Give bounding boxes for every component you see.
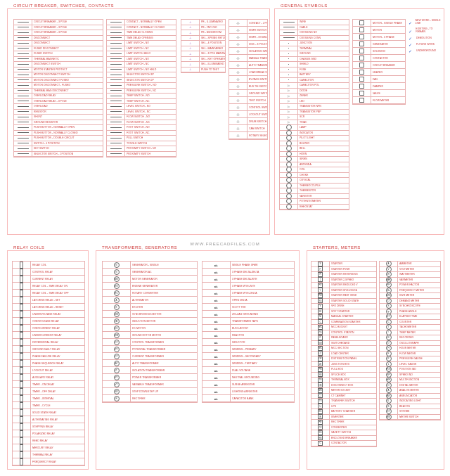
- label-cell: LEVEL GAUGE: [398, 362, 440, 367]
- symbol-cell: S: [380, 304, 398, 309]
- label-cell: VARMETER: [398, 278, 440, 283]
- table-row: RELAY COIL: [13, 262, 84, 269]
- legend-item: UNDERGROUND: [409, 49, 441, 52]
- legend-label: NEW WORK - SINGLE LINE: [416, 19, 441, 25]
- label-cell: DC MOTOR: [131, 325, 197, 331]
- symbol-cell: ⊥: [181, 20, 200, 25]
- label-cell: ZENER: [298, 94, 349, 98]
- label-cell: PUSH BUTTON - DOUBLE CIRCUIT: [32, 136, 103, 141]
- symbol-cell: ⅏: [202, 318, 231, 324]
- table-row: FLOW SWITCH - NO: [107, 115, 176, 120]
- symbol-cell: [14, 62, 32, 67]
- symbol-cell: W: [380, 272, 398, 277]
- table-row: CCONTACTOR: [311, 441, 376, 446]
- symbol-cell: [353, 55, 371, 61]
- table-row: FOOT SWITCH - NO: [107, 125, 176, 131]
- table-row: ┤├CONTACT - 2 POLE: [229, 20, 267, 27]
- label-cell: MANUAL TRANSFER SW: [248, 55, 267, 61]
- general-legend: NEW WORK - SINGLE LINEEXISTING - TO REMA…: [409, 19, 441, 52]
- label-cell: CONTACT - NORMALLY CLOSED: [125, 25, 176, 30]
- symbol-cell: SF: [311, 309, 330, 314]
- table-row: ┤├ISOLATING SWITCH: [229, 48, 267, 55]
- table-row: ┤├MANUAL TRANSFER SW: [229, 55, 267, 62]
- label-cell: STARTER FVNR: [330, 267, 376, 272]
- label-cell: FLOW SWITCH - NO: [125, 115, 176, 120]
- label-cell: MOTOR - 3 PHASE: [371, 34, 405, 40]
- symbol-cell: [13, 458, 31, 465]
- table-row: ALTERNATING RELAY: [13, 416, 84, 423]
- symbol-cell: [13, 318, 31, 324]
- table-row: EGENGINE GENERATOR: [103, 283, 197, 290]
- table-row: FAN: [353, 76, 405, 83]
- table-row: SDSTEP DOWN/STEP UP: [103, 388, 197, 395]
- label-cell: RELAY COIL: [31, 262, 84, 268]
- symbol-cell: L: [380, 362, 398, 367]
- symbol-cell: [14, 104, 32, 109]
- label-cell: FOOT SWITCH - NO: [125, 125, 176, 130]
- label-cell: STARTER: [330, 262, 376, 266]
- label-cell: HORN: [298, 152, 349, 157]
- legend-label: UNDERGROUND: [416, 49, 436, 52]
- table-row: DISCONNECT: [14, 41, 103, 46]
- symbol-cell: [14, 25, 32, 30]
- symbol-cell: ⅏: [202, 381, 231, 387]
- symbol-cell: DB: [311, 383, 330, 388]
- label-cell: CROSSING CONN: [298, 36, 349, 41]
- label-cell: CONTROL TRANSFORMER: [131, 339, 197, 345]
- label-cell: WIRE: [298, 20, 349, 25]
- symbol-cell: [107, 83, 125, 88]
- label-cell: NEUTRAL GROUNDING: [231, 374, 294, 380]
- label-cell: CROSSING NO: [298, 30, 349, 35]
- symbol-cell: [13, 444, 31, 451]
- label-cell: MOTOR: [371, 27, 405, 33]
- symbol-cell: [14, 57, 32, 62]
- table-row: ┤├BUS TIE SWITCH: [229, 83, 267, 90]
- symbol-cell: [107, 146, 125, 151]
- table-row: ┤├CONTROL SWITCH: [229, 104, 267, 111]
- label-cell: CIRCUIT BREAKER - 3 POLE: [32, 30, 103, 35]
- label-cell: CAPACITOR POL: [298, 83, 349, 88]
- table-row: ⊥SEL - 4 POSITION: [181, 41, 225, 46]
- table-row: TOGGLE SWITCH: [107, 141, 176, 147]
- table-row: CROSSING CONN: [280, 36, 349, 41]
- symbol-cell: [280, 125, 298, 130]
- table-row: STEPPING RELAY: [13, 423, 84, 430]
- table-row: PRESSURE SWITCH - NC: [107, 89, 176, 94]
- symbol-cell: [353, 41, 371, 47]
- symbol-cell: [107, 46, 125, 51]
- label-cell: PULL BOX: [330, 367, 376, 372]
- symbol-cell: BC: [311, 409, 330, 414]
- table-row: LIMIT SWITCH - NO: [107, 57, 176, 63]
- watermark: WWW.FREECADFILES.COM: [190, 242, 259, 246]
- label-cell: VARISTOR: [298, 194, 349, 199]
- table-row: ⅏SCOTT TEE: [202, 304, 294, 311]
- breaker-col3: ⊥PB - ILLUMINATED⊥PB - 2NO 2NC⊥PB - MUSH…: [181, 19, 226, 73]
- table-row: PROXIMITY SWITCH: [107, 152, 176, 157]
- label-cell: 3 PHASE WYE-DELTA: [231, 290, 294, 296]
- label-cell: EXCITER: [131, 304, 197, 310]
- table-row: TIMER - CYCLE: [13, 402, 84, 409]
- table-row: RRECTIFIER: [103, 395, 197, 402]
- table-row: CONTACTOR: [353, 55, 405, 62]
- table-row: SOLENOID: [353, 48, 405, 55]
- symbol-cell: [280, 173, 298, 178]
- label-cell: SOLENOID: [371, 48, 405, 54]
- table-row: TEMP SWITCH - NO: [107, 94, 176, 99]
- label-cell: PHASE FAILURE RELAY: [31, 353, 84, 359]
- table-row: MOTOR - SINGLE PHASE: [353, 20, 405, 27]
- label-cell: GENERATOR: [371, 41, 405, 47]
- symbol-cell: CS: [311, 330, 330, 335]
- symbol-cell: [107, 115, 125, 120]
- label-cell: PUSH BUTTON - NORMALLY CLOSED: [32, 131, 103, 136]
- table-row: TIMER - INTERVAL: [13, 395, 84, 402]
- table-row: ▷SCR: [280, 115, 349, 120]
- symbol-cell: PT: [103, 346, 131, 352]
- symbol-cell: [13, 297, 31, 303]
- label-cell: CAM SWITCH: [248, 125, 267, 131]
- label-cell: ANALOG METER: [398, 388, 440, 393]
- symbol-cell: φ: [380, 309, 398, 314]
- label-cell: SYNCHROSCOPE: [398, 304, 440, 309]
- symbol-cell: ⅏: [202, 290, 231, 296]
- label-cell: LEVEL SWITCH - NC: [125, 110, 176, 115]
- label-cell: TEMP SWITCH - NO: [125, 94, 176, 98]
